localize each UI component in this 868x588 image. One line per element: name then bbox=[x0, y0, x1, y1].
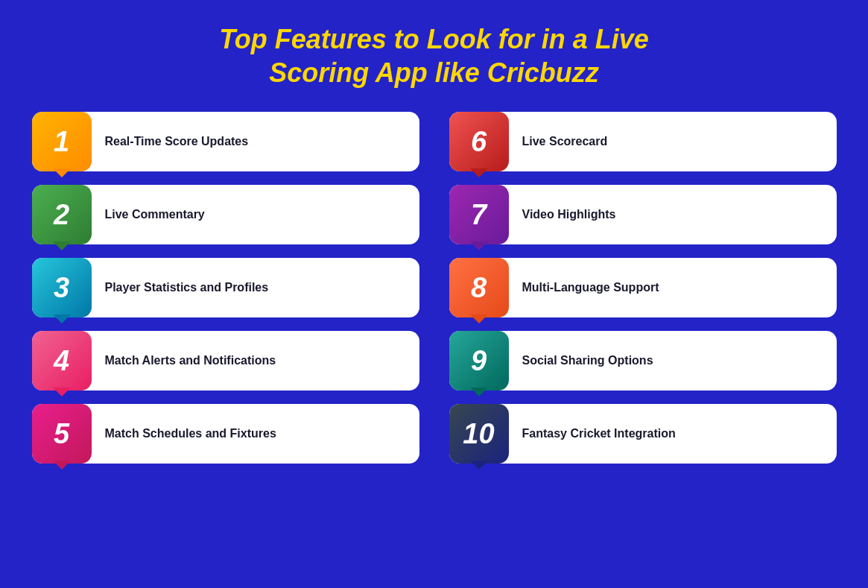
number-badge-6: 6 bbox=[449, 112, 509, 171]
number-badge-9: 9 bbox=[449, 331, 509, 391]
feature-item: 10Fantasy Cricket Integration bbox=[449, 404, 837, 464]
feature-label-3: Player Statistics and Profiles bbox=[105, 281, 269, 294]
number-badge-8: 8 bbox=[449, 258, 509, 317]
feature-item: 7Video Highlights bbox=[449, 185, 837, 244]
feature-label-10: Fantasy Cricket Integration bbox=[522, 427, 676, 440]
feature-item: 6Live Scorecard bbox=[449, 112, 837, 171]
feature-item: 3Player Statistics and Profiles bbox=[32, 258, 419, 317]
feature-label-4: Match Alerts and Notifications bbox=[105, 354, 276, 367]
number-badge-7: 7 bbox=[449, 185, 509, 244]
feature-item: 8Multi-Language Support bbox=[449, 258, 837, 317]
feature-item: 5Match Schedules and Fixtures bbox=[32, 404, 419, 464]
number-badge-4: 4 bbox=[32, 331, 92, 391]
feature-label-6: Live Scorecard bbox=[522, 135, 608, 148]
number-badge-10: 10 bbox=[449, 404, 509, 464]
number-badge-5: 5 bbox=[32, 404, 92, 464]
feature-label-7: Video Highlights bbox=[522, 208, 616, 221]
number-badge-1: 1 bbox=[32, 112, 92, 171]
number-badge-2: 2 bbox=[32, 185, 92, 244]
feature-item: 4Match Alerts and Notifications bbox=[32, 331, 419, 391]
feature-item: 9Social Sharing Options bbox=[449, 331, 837, 391]
feature-label-1: Real-Time Score Updates bbox=[105, 135, 249, 148]
feature-item: 2Live Commentary bbox=[32, 185, 419, 244]
feature-label-2: Live Commentary bbox=[105, 208, 205, 221]
features-grid: 1Real-Time Score Updates6Live Scorecard2… bbox=[32, 112, 837, 464]
feature-label-8: Multi-Language Support bbox=[522, 281, 659, 294]
feature-label-5: Match Schedules and Fixtures bbox=[105, 427, 276, 440]
number-badge-3: 3 bbox=[32, 258, 92, 317]
page-title: Top Features to Look for in a Live Scori… bbox=[219, 22, 649, 89]
feature-item: 1Real-Time Score Updates bbox=[32, 112, 419, 171]
feature-label-9: Social Sharing Options bbox=[522, 354, 653, 367]
